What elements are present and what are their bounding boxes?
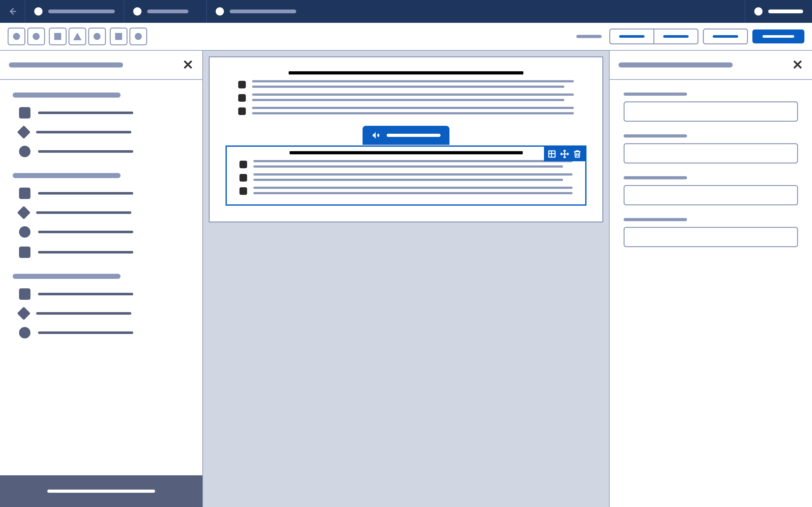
- component-item[interactable]: [13, 187, 190, 199]
- component-item[interactable]: [13, 308, 190, 318]
- tool-button-circle-1[interactable]: [8, 27, 26, 45]
- block-title: [290, 151, 523, 154]
- component-group-title: [13, 274, 120, 279]
- component-item-label: [38, 231, 133, 233]
- block-toolbar: [544, 147, 585, 161]
- component-group-title: [13, 173, 120, 178]
- back-button[interactable]: [0, 0, 26, 23]
- property-label: [623, 134, 687, 137]
- topbar: [0, 0, 812, 23]
- block-item-text: [252, 80, 574, 88]
- component-item-label: [38, 112, 133, 114]
- arrow-left-icon: [8, 7, 17, 16]
- tool-button-circle-4[interactable]: [130, 27, 147, 45]
- canvas: [209, 56, 603, 222]
- bullet-icon: [238, 94, 246, 102]
- property-field: [623, 176, 798, 205]
- property-label: [623, 93, 687, 96]
- component-item[interactable]: [13, 146, 190, 157]
- diamond-icon: [17, 307, 31, 320]
- secondary-button[interactable]: [703, 29, 748, 44]
- component-group: [13, 173, 190, 258]
- component-item-label: [38, 192, 133, 194]
- component-item-label: [38, 150, 133, 153]
- component-item-label: [38, 251, 133, 253]
- view-toggle-option-2[interactable]: [654, 30, 698, 43]
- component-item[interactable]: [13, 288, 190, 300]
- tab-dot-icon: [216, 7, 224, 15]
- tool-button-triangle[interactable]: [68, 27, 86, 45]
- block-list-item: [238, 94, 574, 102]
- footer-label: [47, 490, 155, 493]
- component-group: [13, 274, 190, 338]
- trash-icon[interactable]: [572, 149, 582, 159]
- bullet-icon: [240, 161, 247, 168]
- component-item[interactable]: [13, 208, 190, 217]
- avatar-icon: [754, 7, 763, 15]
- tool-button-square-2[interactable]: [110, 27, 128, 45]
- view-toggle-option-1[interactable]: [610, 30, 654, 43]
- block-item-text: [253, 187, 572, 194]
- property-input[interactable]: [623, 101, 798, 122]
- square-icon: [19, 288, 31, 300]
- canvas-block[interactable]: [225, 146, 587, 206]
- property-input[interactable]: [623, 185, 798, 205]
- toolbar-group-2: [49, 27, 106, 45]
- block-list-item: [238, 107, 574, 115]
- block-item-text: [252, 107, 574, 114]
- primary-button[interactable]: [752, 30, 804, 43]
- diamond-icon: [17, 206, 31, 219]
- canvas-block[interactable]: [225, 67, 587, 124]
- close-icon: ✕: [792, 57, 803, 72]
- user-menu[interactable]: [745, 0, 812, 23]
- tool-button-circle-3[interactable]: [88, 27, 106, 45]
- square-icon: [19, 187, 31, 199]
- component-item-label: [36, 312, 131, 315]
- breadcrumb-tab-1[interactable]: [26, 0, 124, 23]
- property-input[interactable]: [623, 227, 798, 247]
- property-input[interactable]: [623, 143, 798, 164]
- right-panel: ✕: [609, 51, 812, 507]
- block-title: [289, 71, 524, 74]
- block-type-tab[interactable]: [362, 126, 450, 145]
- component-item-label: [38, 293, 133, 295]
- block-list-item: [240, 160, 572, 168]
- left-panel: ✕: [0, 51, 203, 507]
- close-right-panel-button[interactable]: ✕: [792, 58, 803, 72]
- canvas-area[interactable]: [203, 51, 609, 507]
- component-item[interactable]: [13, 127, 190, 137]
- bullet-icon: [238, 81, 246, 89]
- megaphone-icon: [371, 130, 382, 140]
- duplicate-icon[interactable]: [547, 149, 557, 159]
- tool-button-circle-2[interactable]: [27, 27, 45, 45]
- component-group: [13, 93, 190, 157]
- tab-dot-icon: [133, 7, 142, 15]
- component-item-label: [36, 131, 131, 133]
- property-field: [623, 93, 798, 122]
- block-list-item: [238, 80, 574, 89]
- component-item[interactable]: [13, 226, 190, 238]
- tool-button-square[interactable]: [49, 27, 67, 45]
- user-label: [768, 9, 803, 13]
- component-item[interactable]: [13, 107, 190, 118]
- bullet-icon: [240, 174, 247, 181]
- main-body: ✕ ✕: [0, 51, 812, 507]
- toolbar-link[interactable]: [576, 35, 602, 38]
- component-item[interactable]: [13, 246, 190, 258]
- left-panel-title: [9, 62, 123, 67]
- bullet-icon: [240, 187, 247, 195]
- breadcrumb-tab-3[interactable]: [207, 0, 305, 23]
- close-left-panel-button[interactable]: ✕: [183, 58, 194, 72]
- bullet-icon: [238, 107, 246, 115]
- breadcrumb-tab-2[interactable]: [124, 0, 207, 23]
- tab-dot-icon: [34, 7, 43, 15]
- left-panel-content: [0, 80, 202, 475]
- tab-label: [147, 9, 189, 13]
- property-label: [623, 218, 687, 221]
- circle-icon: [19, 226, 31, 238]
- component-item[interactable]: [13, 327, 190, 338]
- block-type-label: [387, 134, 441, 137]
- left-panel-footer-button[interactable]: [0, 475, 202, 507]
- property-field: [623, 218, 798, 247]
- move-icon[interactable]: [560, 149, 569, 159]
